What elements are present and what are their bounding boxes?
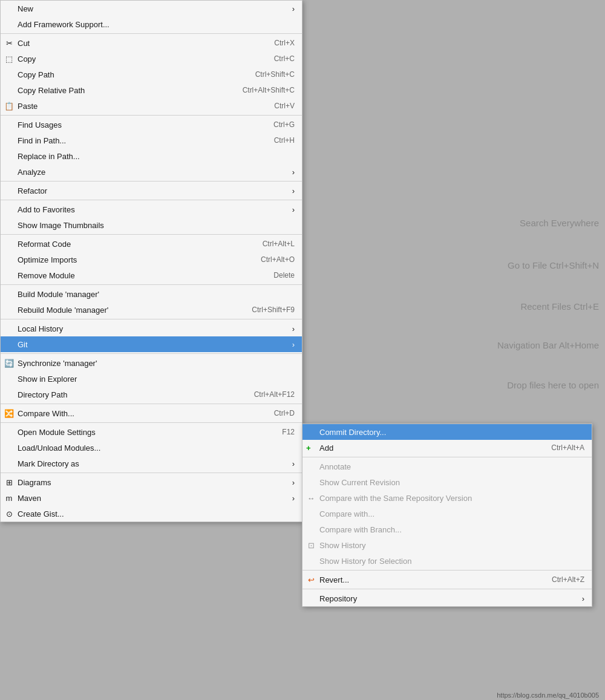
menu-label: Create Gist... xyxy=(18,509,64,518)
menu-item-directory-path[interactable]: Directory PathCtrl+Alt+F12 xyxy=(1,387,302,402)
menu-item-copy[interactable]: ⬚CopyCtrl+C xyxy=(1,51,302,67)
maven-icon: m xyxy=(3,494,15,503)
menu-item-git[interactable]: Git› xyxy=(1,336,302,352)
status-url: https://blog.csdn.me/qq_4010b005 xyxy=(497,692,599,699)
menu-label: Cut xyxy=(18,39,30,48)
menu-separator xyxy=(1,33,302,34)
menu-shortcut: Ctrl+Shift+C xyxy=(243,70,295,79)
submenu-item-show-history-selection: Show History for Selection xyxy=(302,553,592,569)
submenu-item-repository[interactable]: Repository› xyxy=(302,590,592,606)
scissors-icon: ✂ xyxy=(3,39,15,48)
menu-item-maven[interactable]: mMaven› xyxy=(1,490,302,506)
menu-shortcut: Ctrl+Shift+F9 xyxy=(240,306,295,314)
menu-shortcut: F12 xyxy=(270,428,295,436)
menu-item-new[interactable]: New› xyxy=(1,1,302,16)
menu-item-build-module[interactable]: Build Module 'manager' xyxy=(1,286,302,302)
menu-item-open-module-settings[interactable]: Open Module SettingsF12 xyxy=(1,424,302,440)
menu-shortcut: Ctrl+Alt+Shift+C xyxy=(231,86,295,94)
menu-item-find-usages[interactable]: Find UsagesCtrl+G xyxy=(1,117,302,132)
menu-label: Local History xyxy=(18,324,63,333)
menu-item-synchronize[interactable]: 🔄Synchronize 'manager' xyxy=(1,355,302,371)
submenu-item-compare-with-sub: Compare with... xyxy=(302,506,592,522)
revert-icon: ↩ xyxy=(305,575,317,584)
menu-item-find-in-path[interactable]: Find in Path...Ctrl+H xyxy=(1,132,302,148)
menu-label: Copy Path xyxy=(18,70,54,79)
menu-label: Rebuild Module 'manager' xyxy=(18,306,108,315)
menu-label: Paste xyxy=(18,102,38,111)
menu-item-mark-directory-as[interactable]: Mark Directory as› xyxy=(1,456,302,471)
plus-icon: + xyxy=(306,443,311,453)
menu-item-copy-path[interactable]: Copy PathCtrl+Shift+C xyxy=(1,67,302,82)
menu-label: Add Framework Support... xyxy=(18,20,110,29)
menu-label: Diagrams xyxy=(18,478,51,487)
menu-item-copy-relative-path[interactable]: Copy Relative PathCtrl+Alt+Shift+C xyxy=(1,82,302,98)
menu-item-refactor[interactable]: Refactor› xyxy=(1,183,302,198)
paste-icon: 📋 xyxy=(3,102,15,111)
submenu-arrow-icon: › xyxy=(280,186,295,195)
menu-shortcut: Ctrl+Alt+F12 xyxy=(242,390,295,399)
menu-label: Maven xyxy=(18,494,41,503)
menu-label: Compare With... xyxy=(18,409,74,418)
menu-item-show-in-explorer[interactable]: Show in Explorer xyxy=(1,371,302,387)
submenu-arrow-icon: › xyxy=(280,478,295,487)
menu-label: Show in Explorer xyxy=(18,375,77,384)
menu-item-add-framework[interactable]: Add Framework Support... xyxy=(1,16,302,32)
menu-label: Add to Favorites xyxy=(18,205,75,214)
submenu-item-show-current-revision: Show Current Revision xyxy=(302,474,592,490)
submenu-item-show-history: ⊡Show History xyxy=(302,537,592,553)
menu-shortcut: Ctrl+Alt+L xyxy=(250,240,295,248)
menu-item-reformat-code[interactable]: Reformat CodeCtrl+Alt+L xyxy=(1,236,302,252)
submenu-separator xyxy=(302,570,592,571)
menu-shortcut: Ctrl+C xyxy=(262,54,295,63)
submenu-label: Commit Directory... xyxy=(319,428,386,437)
menu-label: Copy Relative Path xyxy=(18,86,85,95)
menu-separator xyxy=(1,404,302,404)
copy-icon: ⬚ xyxy=(3,54,15,64)
submenu-item-compare-same-repo: ↔Compare with the Same Repository Versio… xyxy=(302,490,592,506)
menu-item-analyze[interactable]: Analyze› xyxy=(1,164,302,180)
submenu-label: Add xyxy=(319,443,333,453)
menu-item-cut[interactable]: ✂CutCtrl+X xyxy=(1,35,302,51)
menu-label: Git xyxy=(18,340,28,349)
menu-item-rebuild-module[interactable]: Rebuild Module 'manager'Ctrl+Shift+F9 xyxy=(1,302,302,318)
submenu-item-commit-directory[interactable]: Commit Directory... xyxy=(302,424,592,440)
menu-label: Copy xyxy=(18,54,36,64)
submenu-arrow-icon: › xyxy=(280,324,295,333)
menu-shortcut: Ctrl+G xyxy=(261,120,295,129)
submenu-label: Show History for Selection xyxy=(319,557,411,566)
menu-item-compare-with[interactable]: 🔀Compare With...Ctrl+D xyxy=(1,405,302,421)
menu-item-load-unload-modules[interactable]: Load/Unload Modules... xyxy=(1,440,302,456)
menu-separator xyxy=(1,319,302,319)
menu-item-add-to-favorites[interactable]: Add to Favorites› xyxy=(1,201,302,217)
submenu-separator xyxy=(302,457,592,457)
menu-item-local-history[interactable]: Local History› xyxy=(1,321,302,336)
menu-item-paste[interactable]: 📋PasteCtrl+V xyxy=(1,98,302,114)
menu-shortcut: Ctrl+V xyxy=(262,102,295,110)
menu-label: Optimize Imports xyxy=(18,255,77,264)
gist-icon: ⊙ xyxy=(3,509,15,518)
menu-item-create-gist[interactable]: ⊙Create Gist... xyxy=(1,506,302,522)
submenu-arrow-icon: › xyxy=(280,494,295,503)
submenu-item-revert[interactable]: ↩Revert...Ctrl+Alt+Z xyxy=(302,572,592,587)
menu-item-show-image-thumbnails[interactable]: Show Image Thumbnails xyxy=(1,217,302,233)
menu-label: Remove Module xyxy=(18,271,75,280)
compare-icon: ↔ xyxy=(305,494,317,503)
menu-item-diagrams[interactable]: ⊞Diagrams› xyxy=(1,474,302,490)
submenu-arrow-icon: › xyxy=(570,594,584,603)
menu-item-optimize-imports[interactable]: Optimize ImportsCtrl+Alt+O xyxy=(1,252,302,267)
menu-label: Replace in Path... xyxy=(18,152,80,161)
menu-shortcut: Ctrl+X xyxy=(262,39,295,47)
menu-shortcut: Ctrl+H xyxy=(262,136,295,145)
submenu-shortcut: Ctrl+Alt+A xyxy=(539,443,584,452)
menu-label: Synchronize 'manager' xyxy=(18,359,97,368)
menu-label: New xyxy=(18,4,33,13)
menu-separator xyxy=(1,422,302,423)
submenu-item-add[interactable]: +AddCtrl+Alt+A xyxy=(302,440,592,456)
submenu-item-compare-with-branch: Compare with Branch... xyxy=(302,522,592,537)
bg-hint: Recent Files Ctrl+E xyxy=(520,301,599,312)
menu-label: Analyze xyxy=(18,168,45,177)
menu-item-replace-in-path[interactable]: Replace in Path... xyxy=(1,148,302,164)
menu-label: Load/Unload Modules... xyxy=(18,443,100,453)
menu-item-remove-module[interactable]: Remove ModuleDelete xyxy=(1,267,302,283)
bg-hint: Go to File Ctrl+Shift+N xyxy=(508,260,599,270)
